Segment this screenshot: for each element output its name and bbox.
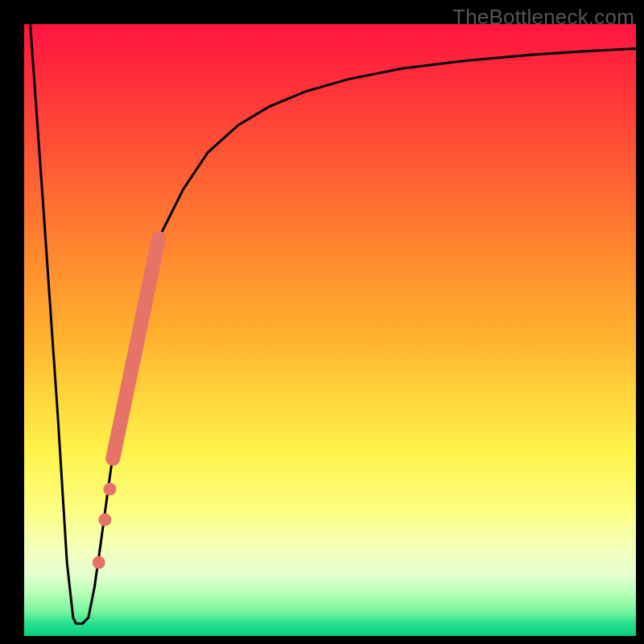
watermark-text: TheBottleneck.com	[452, 5, 634, 30]
curve-layer	[24, 24, 636, 636]
plot-area	[24, 24, 636, 636]
chart-frame: TheBottleneck.com	[0, 0, 644, 644]
marker-dot	[103, 483, 116, 496]
highlight-segment	[113, 238, 159, 459]
marker-dot	[98, 514, 111, 526]
bottleneck-curve	[31, 24, 636, 624]
marker-dot	[93, 556, 105, 569]
